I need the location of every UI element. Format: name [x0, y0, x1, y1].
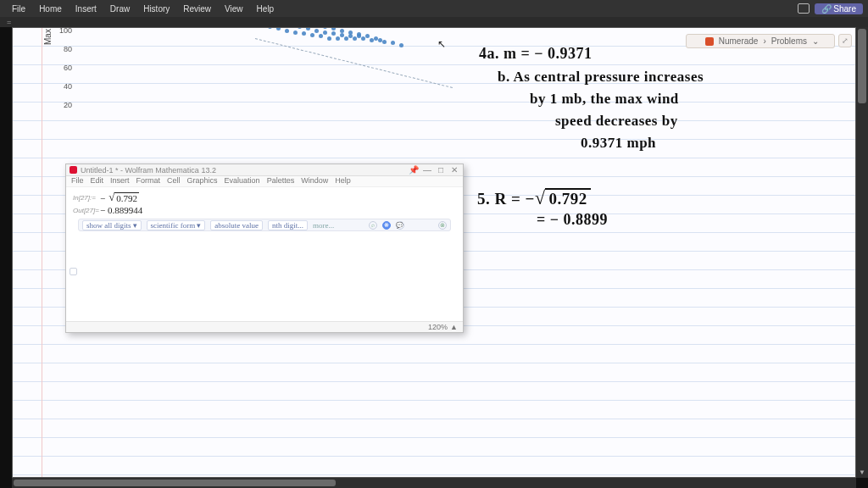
- data-point: [323, 30, 327, 35]
- mathematica-titlebar[interactable]: Untitled-1 * - Wolfram Mathematica 13.2 …: [66, 164, 463, 176]
- data-point: [319, 34, 323, 38]
- radical-icon: √: [108, 192, 114, 202]
- scroll-down-icon[interactable]: ▼: [856, 468, 868, 478]
- trend-line: [255, 38, 453, 88]
- zoom-caret-icon[interactable]: ▲: [450, 323, 458, 331]
- sugg-wolfram-icon[interactable]: ❋: [382, 221, 391, 230]
- page-wrap: Numerade › Problems ⌄ ⤢ Max Wind S 100 8…: [0, 27, 868, 488]
- mathematica-title: Untitled-1 * - Wolfram Mathematica 13.2: [81, 166, 405, 175]
- app-menubar: File Home Insert Draw History Review Vie…: [0, 0, 868, 17]
- v-scroll-thumb[interactable]: [858, 29, 866, 103]
- sugg-more[interactable]: more...: [313, 221, 334, 230]
- m-menu-format[interactable]: Format: [136, 176, 161, 186]
- data-point: [276, 27, 281, 30]
- ytick-60: 60: [58, 64, 72, 72]
- sqrt-radicand: 0.792: [114, 192, 139, 203]
- data-point: [293, 30, 298, 35]
- menu-history[interactable]: History: [136, 4, 176, 14]
- ytick-100: 100: [58, 27, 72, 35]
- ytick-80: 80: [58, 45, 72, 53]
- data-point: [336, 36, 340, 41]
- sugg-nth[interactable]: nth digit...: [268, 220, 308, 230]
- m-menu-palettes[interactable]: Palettes: [267, 176, 295, 186]
- chevron-down-icon: ⌄: [812, 36, 819, 46]
- data-point: [365, 34, 370, 38]
- mathematica-icon: [70, 166, 77, 174]
- sugg-close-icon[interactable]: ⊗: [438, 221, 447, 230]
- data-point: [331, 31, 336, 36]
- output-cell: Out[27]= − 0.889944: [73, 205, 456, 215]
- minimize-button[interactable]: —: [422, 165, 432, 175]
- m-menu-cell[interactable]: Cell: [167, 176, 181, 186]
- y-axis-label: Max Wind S: [43, 27, 53, 45]
- crumb-sep: ›: [763, 36, 765, 46]
- hand-5-2: = − 0.8899: [537, 211, 608, 229]
- ytick-20: 20: [58, 101, 72, 109]
- hand-4b-1: b. As central pressure increases: [498, 69, 704, 86]
- data-point: [391, 41, 395, 45]
- sugg-abs[interactable]: absolute value: [210, 220, 263, 230]
- menu-draw[interactable]: Draw: [103, 4, 136, 14]
- m-menu-file[interactable]: File: [71, 176, 84, 186]
- mathematica-statusbar: 120% ▲: [66, 321, 463, 332]
- hand-4b-2: by 1 mb, the max wind: [530, 91, 679, 108]
- present-icon[interactable]: [798, 3, 810, 14]
- data-point: [382, 40, 387, 44]
- menu-file[interactable]: File: [5, 4, 32, 14]
- data-point: [310, 33, 314, 37]
- data-point: [298, 27, 302, 29]
- sqrt-expr: √ 0.792: [108, 192, 139, 203]
- ribbon-collapsed: =: [0, 17, 868, 27]
- menu-insert[interactable]: Insert: [69, 4, 103, 14]
- h-scroll-thumb[interactable]: [14, 480, 336, 486]
- mathematica-window[interactable]: Untitled-1 * - Wolfram Mathematica 13.2 …: [65, 164, 464, 333]
- share-button[interactable]: 🔗 Share: [815, 3, 863, 14]
- input-cell[interactable]: In[27]:= − √ 0.792: [73, 192, 456, 203]
- sugg-sci[interactable]: scientific form ▾: [147, 220, 206, 230]
- margin-line: [42, 28, 42, 477]
- data-point: [348, 30, 353, 35]
- sugg-search-icon[interactable]: ⌕: [369, 221, 377, 230]
- m-menu-graphics[interactable]: Graphics: [187, 176, 218, 186]
- suggestions-bar: show all digits ▾ scientific form ▾ abso…: [78, 219, 451, 231]
- sugg-all-digits[interactable]: show all digits ▾: [82, 220, 142, 230]
- out-value: − 0.889944: [100, 205, 142, 215]
- crumb-b: Problems: [771, 36, 807, 46]
- data-point: [323, 27, 327, 29]
- maximize-button[interactable]: □: [436, 165, 446, 175]
- breadcrumb[interactable]: Numerade › Problems ⌄: [686, 34, 835, 48]
- menu-view[interactable]: View: [218, 4, 250, 14]
- in-label: In[27]:=: [73, 194, 97, 202]
- ytick-40: 40: [58, 82, 72, 91]
- hand-4a: 4a. m = − 0.9371: [479, 45, 593, 63]
- neg-sign: −: [100, 193, 105, 203]
- data-point: [302, 31, 306, 36]
- m-menu-help[interactable]: Help: [335, 176, 351, 186]
- m-menu-window[interactable]: Window: [301, 176, 328, 186]
- zoom-value[interactable]: 120%: [428, 323, 448, 331]
- m-menu-eval[interactable]: Evaluation: [225, 176, 260, 186]
- mathematica-notebook[interactable]: In[27]:= − √ 0.792 Out[27]= − 0.889944 s…: [66, 187, 463, 289]
- data-point: [331, 27, 336, 30]
- data-point: [268, 27, 272, 29]
- horizontal-scrollbar[interactable]: [12, 478, 856, 488]
- menu-home[interactable]: Home: [32, 4, 69, 14]
- numerade-icon: [705, 37, 714, 46]
- m-menu-edit[interactable]: Edit: [91, 176, 104, 186]
- hand-4b-3: speed decreases by: [555, 113, 678, 130]
- m-menu-insert[interactable]: Insert: [110, 176, 130, 186]
- close-button[interactable]: ✕: [449, 165, 459, 175]
- plot-area: [77, 28, 459, 155]
- menu-help[interactable]: Help: [250, 4, 281, 14]
- menu-review[interactable]: Review: [176, 4, 218, 14]
- out-label: Out[27]=: [73, 207, 97, 214]
- data-point: [285, 29, 289, 33]
- cell-bracket-icon[interactable]: [70, 268, 77, 275]
- expand-button[interactable]: ⤢: [838, 34, 852, 47]
- hand-4b-4: 0.9371 mph: [581, 135, 656, 152]
- hand-5-1: 5. R = −√0.792: [477, 187, 591, 209]
- notebook-page[interactable]: Numerade › Problems ⌄ ⤢ Max Wind S 100 8…: [12, 27, 856, 478]
- vertical-scrollbar[interactable]: ▲ ▼: [856, 27, 868, 478]
- pin-icon[interactable]: 📌: [409, 165, 419, 175]
- sugg-chat-icon[interactable]: 💬: [396, 221, 404, 230]
